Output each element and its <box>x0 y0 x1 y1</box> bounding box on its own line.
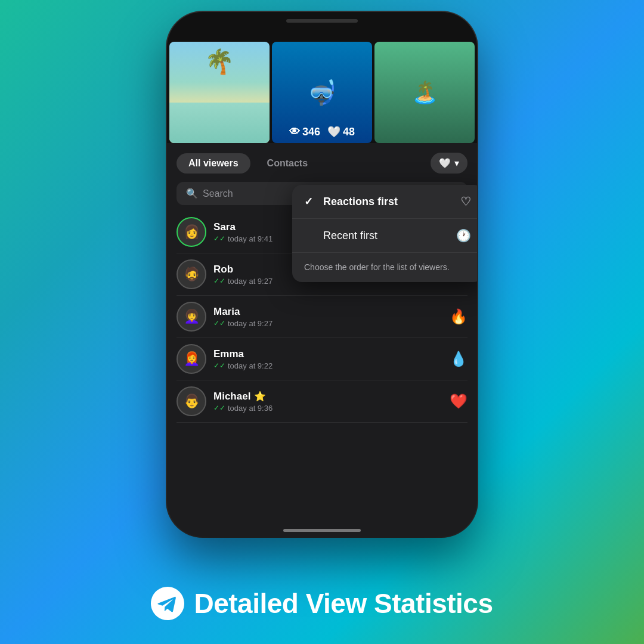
view-count: 346 <box>302 126 320 138</box>
viewer-name-emma: Emma <box>213 348 450 360</box>
premium-star-icon: ⭐ <box>254 391 266 402</box>
reactions-first-heart-icon: ♡ <box>460 194 471 209</box>
avatar-michael: 👨 <box>177 386 206 416</box>
eye-icon: 👁 <box>289 126 300 138</box>
viewer-name-michael: Michael ⭐ <box>213 391 450 402</box>
avatar-maria: 👩‍🦱 <box>177 302 206 332</box>
view-stat: 👁 346 <box>289 125 320 138</box>
reaction-michael: ❤️ <box>450 393 467 410</box>
sort-dropdown: ✓ Reactions first ♡ ✓ Recent first 🕐 Cho… <box>292 185 477 282</box>
avatar-rob: 🧔 <box>177 259 206 289</box>
viewer-item-maria: 👩‍🦱 Maria ✓✓ today at 9:27 🔥 <box>177 296 467 338</box>
search-placeholder: Search <box>203 188 233 199</box>
double-check-michael: ✓✓ <box>213 404 225 412</box>
viewer-time-maria: ✓✓ today at 9:27 <box>213 319 450 328</box>
avatar-emma: 👩‍🦰 <box>177 344 206 374</box>
viewer-info-michael: Michael ⭐ ✓✓ today at 9:36 <box>213 391 450 413</box>
viewer-info-emma: Emma ✓✓ today at 9:22 <box>213 348 450 370</box>
viewer-info-maria: Maria ✓✓ today at 9:27 <box>213 306 450 328</box>
sort-heart-icon: 🤍 <box>439 157 451 169</box>
like-count: 48 <box>343 126 355 138</box>
viewer-name-maria: Maria <box>213 306 450 318</box>
double-check-sara: ✓✓ <box>213 234 225 243</box>
phone-mockup: 👁 346 🤍 48 All viewers Contacts 🤍 <box>167 12 477 537</box>
dropdown-item-reactions-first[interactable]: ✓ Reactions first ♡ <box>292 185 477 219</box>
double-check-rob: ✓✓ <box>213 277 225 285</box>
recent-first-clock-icon: 🕐 <box>456 228 471 243</box>
heart-icon: 🤍 <box>327 125 340 138</box>
viewer-item-emma: 👩‍🦰 Emma ✓✓ today at 9:22 💧 <box>177 338 467 380</box>
telegram-logo-icon <box>151 587 184 620</box>
tab-contacts[interactable]: Contacts <box>255 153 320 174</box>
reaction-maria: 🔥 <box>450 308 467 325</box>
viewer-time-michael: ✓✓ today at 9:36 <box>213 404 450 413</box>
phone-content: All viewers Contacts 🤍 ▾ 🔍 Search 👩 Sara <box>167 143 477 537</box>
search-icon: 🔍 <box>186 188 198 199</box>
like-stat: 🤍 48 <box>327 125 355 138</box>
reactions-first-label: Reactions first <box>323 196 398 208</box>
viewer-time-emma: ✓✓ today at 9:22 <box>213 361 450 370</box>
sort-chevron-icon: ▾ <box>454 157 459 169</box>
media-stats: 👁 346 🤍 48 <box>289 125 355 138</box>
tab-bar: All viewers Contacts 🤍 ▾ <box>177 153 467 174</box>
double-check-maria: ✓✓ <box>213 319 225 327</box>
media-grid: 👁 346 🤍 48 <box>167 12 477 143</box>
dropdown-item-recent-first[interactable]: ✓ Recent first 🕐 <box>292 219 477 253</box>
checkmark-icon: ✓ <box>304 195 316 208</box>
sort-button[interactable]: 🤍 ▾ <box>431 153 467 174</box>
image-tile-island <box>374 42 475 143</box>
recent-first-label: Recent first <box>323 230 377 242</box>
image-tile-underwater: 👁 346 🤍 48 <box>272 42 372 143</box>
double-check-emma: ✓✓ <box>213 361 225 370</box>
viewer-item-michael: 👨 Michael ⭐ ✓✓ today at 9:36 ❤️ <box>177 380 467 423</box>
reaction-emma: 💧 <box>450 351 467 367</box>
image-tile-beach <box>169 42 270 143</box>
tab-all-viewers[interactable]: All viewers <box>177 153 250 174</box>
avatar-sara: 👩 <box>177 217 206 247</box>
home-indicator <box>283 529 361 532</box>
hint-text: Choose the order for the list of viewers… <box>304 262 450 272</box>
footer-title: Detailed View Statistics <box>194 587 493 620</box>
phone-shell: 👁 346 🤍 48 All viewers Contacts 🤍 <box>167 12 477 537</box>
dropdown-hint: Choose the order for the list of viewers… <box>292 253 477 282</box>
footer-section: Detailed View Statistics <box>0 587 644 620</box>
